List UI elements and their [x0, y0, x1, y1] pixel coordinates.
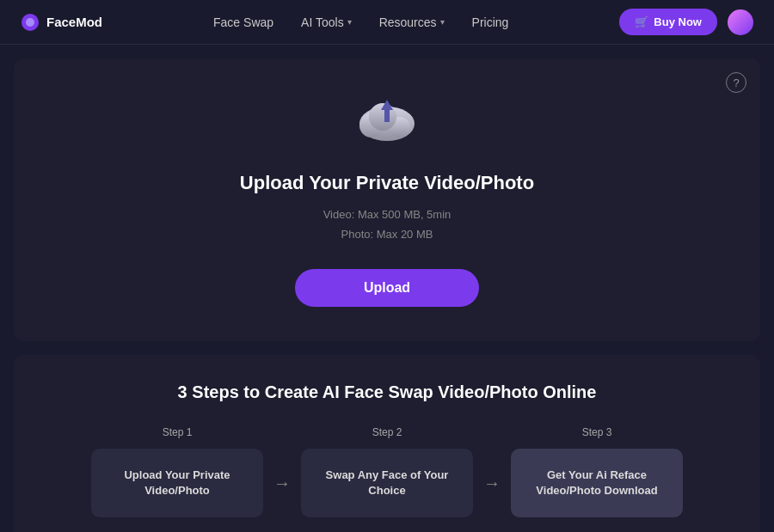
- upload-section: ? Upload Your Private Video/Photo Video:…: [14, 58, 760, 341]
- steps-container: Step 1 Upload Your Private Video/Photo →…: [48, 426, 726, 517]
- nav-resources[interactable]: Resources ▾: [379, 15, 445, 29]
- header-right: 🛒 Buy Now: [619, 9, 753, 35]
- step-2-label: Step 2: [372, 426, 402, 438]
- nav-resources-label: Resources: [379, 15, 437, 29]
- logo-text: FaceMod: [46, 15, 102, 29]
- upload-subtitle-line1: Video: Max 500 MB, 5min: [323, 205, 452, 224]
- buy-now-button[interactable]: 🛒 Buy Now: [619, 9, 717, 35]
- cart-icon: 🛒: [635, 15, 648, 28]
- arrow-right-icon: →: [483, 474, 501, 493]
- steps-section: 3 Steps to Create AI Face Swap Video/Pho…: [14, 355, 760, 532]
- chevron-down-icon: ▾: [440, 17, 445, 27]
- step-1-label: Step 1: [163, 426, 193, 438]
- step-1-wrapper: Step 1 Upload Your Private Video/Photo: [91, 426, 263, 517]
- logo-icon: [21, 13, 40, 32]
- nav: Face Swap AI Tools ▾ Resources ▾ Pricing: [213, 15, 508, 29]
- question-mark: ?: [733, 76, 739, 89]
- header: FaceMod Face Swap AI Tools ▾ Resources ▾…: [0, 0, 774, 45]
- arrow-2: →: [473, 449, 511, 493]
- upload-button[interactable]: Upload: [295, 269, 479, 307]
- logo[interactable]: FaceMod: [21, 13, 102, 32]
- cloud-upload-icon: [353, 93, 421, 155]
- help-icon[interactable]: ?: [726, 72, 746, 93]
- upload-subtitle-line2: Photo: Max 20 MB: [323, 224, 452, 244]
- arrow-right-icon: →: [273, 474, 291, 493]
- step-3-wrapper: Step 3 Get Your Ai Reface Video/Photo Do…: [511, 426, 683, 517]
- chevron-down-icon: ▾: [347, 17, 352, 27]
- upload-subtitle: Video: Max 500 MB, 5min Photo: Max 20 MB: [323, 205, 452, 245]
- step-2-box: Swap Any Face of Your Choice: [301, 449, 473, 517]
- arrow-1: →: [263, 449, 301, 493]
- nav-pricing-label: Pricing: [472, 15, 509, 29]
- step-3-box: Get Your Ai Reface Video/Photo Download: [511, 449, 683, 517]
- buy-now-label: Buy Now: [654, 15, 702, 28]
- nav-pricing[interactable]: Pricing: [472, 15, 509, 29]
- nav-face-swap[interactable]: Face Swap: [213, 15, 273, 29]
- step-1-box: Upload Your Private Video/Photo: [91, 449, 263, 517]
- step-3-label: Step 3: [582, 426, 612, 438]
- steps-title: 3 Steps to Create AI Face Swap Video/Pho…: [48, 382, 726, 402]
- nav-ai-tools[interactable]: AI Tools ▾: [301, 15, 352, 29]
- nav-face-swap-label: Face Swap: [213, 15, 273, 29]
- nav-ai-tools-label: AI Tools: [301, 15, 344, 29]
- svg-point-1: [26, 18, 34, 27]
- step-2-wrapper: Step 2 Swap Any Face of Your Choice: [301, 426, 473, 517]
- avatar[interactable]: [728, 9, 753, 35]
- upload-title: Upload Your Private Video/Photo: [240, 172, 534, 194]
